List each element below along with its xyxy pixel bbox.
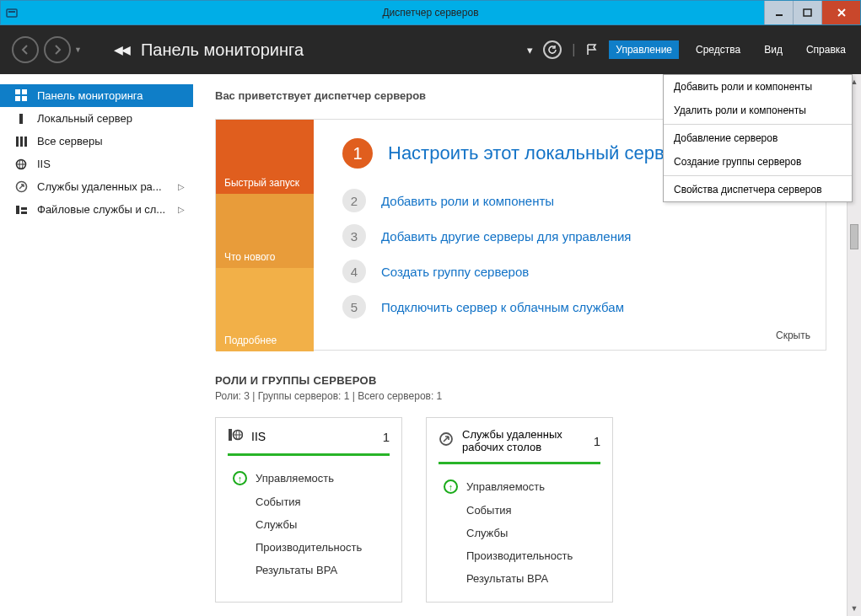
step-number: 5: [342, 295, 366, 319]
scroll-thumb[interactable]: [850, 224, 858, 249]
svg-rect-18: [16, 206, 19, 214]
svg-rect-20: [21, 212, 27, 214]
menu-manage[interactable]: Управление: [609, 40, 679, 59]
breadcrumb: ◀◀ Панель мониторинга: [114, 40, 304, 60]
sidebar-item-remote-services[interactable]: Службы удаленных ра... ▷: [0, 175, 193, 198]
dd-properties[interactable]: Свойства диспетчера серверов: [664, 178, 852, 201]
step-link: Создать группу серверов: [381, 265, 529, 279]
tile-row-label: Управляемость: [466, 480, 545, 493]
role-tile-iis[interactable]: IIS 1 ↑Управляемость События Службы Прои…: [215, 417, 402, 603]
tile-row-services[interactable]: Службы: [228, 513, 390, 536]
tile-title: Службы удаленных рабочих столов: [462, 428, 585, 453]
tile-row-label: Производительность: [256, 541, 362, 554]
tile-header: Службы удаленных рабочих столов 1: [439, 428, 600, 464]
remote-icon: [13, 180, 29, 193]
tile-row-performance[interactable]: Производительность: [439, 544, 600, 567]
maximize-button[interactable]: [793, 1, 821, 24]
nav-back-button[interactable]: [12, 36, 39, 63]
nav-forward-button[interactable]: [44, 36, 71, 63]
role-tiles: IIS 1 ↑Управляемость События Службы Прои…: [215, 417, 826, 603]
tile-count: 1: [594, 434, 600, 448]
nav-dropdown-icon[interactable]: ▼: [74, 46, 82, 54]
sidebar-item-label: Панель мониторинга: [37, 89, 143, 102]
tile-row-manageability[interactable]: ↑Управляемость: [228, 466, 390, 490]
whatsnew-tile[interactable]: Что нового: [216, 194, 314, 268]
sidebar-item-all-servers[interactable]: Все серверы: [0, 130, 193, 153]
svg-rect-2: [776, 14, 783, 16]
dd-remove-roles[interactable]: Удалить роли и компоненты: [664, 99, 852, 122]
menu-view[interactable]: Вид: [757, 40, 789, 59]
hide-link[interactable]: Скрыть: [776, 329, 810, 341]
dd-add-roles[interactable]: Добавить роли и компоненты: [664, 75, 852, 99]
iis-icon: [13, 158, 29, 170]
up-arrow-icon: ↑: [233, 471, 247, 485]
sidebar-item-iis[interactable]: IIS: [0, 153, 193, 175]
quickstart-tile[interactable]: Быстрый запуск: [216, 120, 314, 194]
sidebar-item-label: Все серверы: [37, 135, 103, 147]
menu-help[interactable]: Справка: [799, 40, 853, 59]
step-cloud[interactable]: 5 Подключить сервер к облачным службам: [342, 295, 805, 319]
step-add-servers[interactable]: 3 Добавить другие серверы для управления: [342, 224, 805, 248]
sidebar-item-dashboard[interactable]: Панель мониторинга: [0, 84, 193, 107]
flag-icon[interactable]: [585, 43, 599, 56]
step-link: Добавить другие серверы для управления: [381, 229, 631, 244]
refresh-button[interactable]: [543, 40, 562, 59]
scroll-down-icon[interactable]: ▼: [848, 601, 861, 616]
role-tile-remote[interactable]: Службы удаленных рабочих столов 1 ↑Управ…: [426, 417, 613, 603]
svg-rect-6: [15, 89, 20, 94]
roles-title: РОЛИ И ГРУППЫ СЕРВЕРОВ: [215, 374, 826, 387]
minimize-button[interactable]: [764, 1, 793, 24]
step-create-group[interactable]: 4 Создать группу серверов: [342, 260, 805, 283]
tile-row-manageability[interactable]: ↑Управляемость: [439, 474, 600, 499]
titlebar: Диспетчер серверов: [0, 0, 861, 25]
sidebar-item-label: Службы удаленных ра...: [37, 180, 162, 193]
sidebar: Панель мониторинга Локальный сервер Все …: [0, 74, 193, 616]
dd-create-group[interactable]: Создание группы серверов: [664, 150, 852, 174]
tile-header: IIS 1: [228, 428, 390, 456]
svg-rect-19: [21, 207, 27, 210]
dd-add-servers[interactable]: Добавление серверов: [664, 126, 852, 150]
learnmore-tile[interactable]: Подробнее: [216, 268, 314, 351]
app-icon: [6, 7, 19, 20]
tile-row-label: Управляемость: [256, 472, 334, 485]
up-arrow-icon: ↑: [444, 479, 458, 494]
svg-rect-8: [15, 96, 20, 101]
tile-row-bpa[interactable]: Результаты BPA: [439, 567, 600, 590]
svg-rect-7: [22, 89, 27, 94]
servers-icon: [13, 136, 29, 147]
chevron-left-icon: ◀◀: [114, 43, 129, 56]
tile-row-events[interactable]: События: [228, 490, 390, 513]
close-button[interactable]: [821, 1, 860, 24]
manage-dropdown: Добавить роли и компоненты Удалить роли …: [663, 74, 853, 202]
header-dropdown-icon[interactable]: ▾: [527, 44, 533, 56]
chevron-right-icon: ▷: [178, 182, 185, 191]
remote-icon: [439, 431, 454, 450]
dashboard-icon: [13, 89, 29, 102]
separator: |: [572, 42, 575, 57]
tile-row-label: Результаты BPA: [466, 572, 548, 585]
tile-row-bpa[interactable]: Результаты BPA: [228, 559, 390, 581]
roles-subtitle: Роли: 3 | Группы серверов: 1 | Всего сер…: [215, 390, 826, 402]
svg-rect-3: [804, 9, 811, 16]
separator: [664, 124, 852, 125]
sidebar-item-file-services[interactable]: Файловые службы и сл... ▷: [0, 198, 193, 221]
page-title: Панель мониторинга: [141, 40, 304, 60]
whatsnew-label: Что нового: [224, 251, 275, 263]
svg-rect-21: [229, 429, 232, 441]
tile-row-label: События: [466, 504, 512, 517]
menu-tools[interactable]: Средства: [689, 40, 747, 59]
svg-rect-13: [24, 137, 27, 147]
learnmore-label: Подробнее: [224, 335, 277, 346]
chevron-right-icon: ▷: [178, 205, 185, 214]
svg-rect-0: [7, 9, 17, 17]
nav-buttons: [12, 36, 71, 63]
roles-section: РОЛИ И ГРУППЫ СЕРВЕРОВ Роли: 3 | Группы …: [215, 374, 826, 603]
tile-row-performance[interactable]: Производительность: [228, 536, 390, 559]
step-number: 4: [342, 260, 366, 283]
tile-row-services[interactable]: Службы: [439, 522, 600, 544]
sidebar-item-local-server[interactable]: Локальный сервер: [0, 107, 193, 130]
step-link: Настроить этот локальный серв: [388, 142, 665, 164]
step-number: 3: [342, 224, 366, 248]
header: ▼ ◀◀ Панель мониторинга ▾ | Управление С…: [0, 25, 861, 74]
tile-row-events[interactable]: События: [439, 499, 600, 522]
